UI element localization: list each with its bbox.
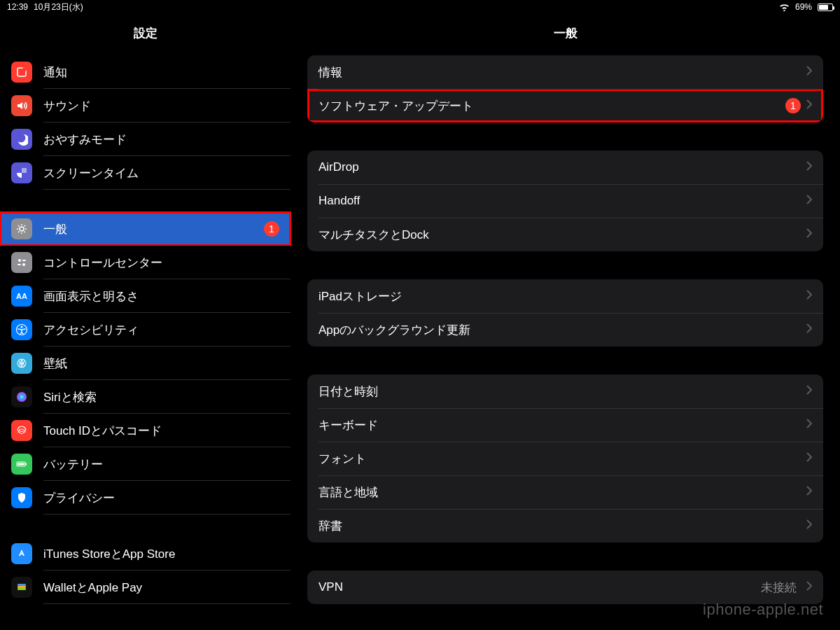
sidebar-item-touchid[interactable]: Touch IDとパスコード — [0, 414, 290, 447]
detail-row-airdrop[interactable]: AirDrop — [307, 150, 823, 184]
svg-rect-5 — [22, 260, 26, 261]
sounds-icon — [11, 95, 32, 116]
sidebar-item-wallpaper[interactable]: 壁紙 — [0, 346, 290, 380]
row-label: Appのバックグラウンド更新 — [318, 322, 470, 338]
sidebar-item-label: おやすみモード — [43, 132, 127, 148]
chevron-right-icon — [806, 66, 812, 78]
detail-row-language[interactable]: 言語と地域 — [307, 475, 823, 509]
sidebar-item-label: 一般 — [43, 221, 67, 237]
detail-row-software-update[interactable]: ソフトウェア・アップデート1 — [307, 89, 823, 122]
svg-point-12 — [21, 363, 23, 365]
battery-percent: 69% — [795, 2, 812, 12]
accessibility-icon — [11, 319, 32, 340]
sidebar-item-label: 壁紙 — [43, 356, 67, 372]
sidebar-title: 設定 — [0, 14, 290, 55]
svg-point-10 — [21, 326, 23, 328]
wallpaper-icon — [11, 353, 32, 374]
sidebar-item-siri[interactable]: Siriと検索 — [0, 380, 290, 414]
svg-point-1 — [22, 67, 27, 71]
sidebar-item-general[interactable]: 一般1 — [0, 212, 290, 246]
svg-rect-7 — [18, 264, 21, 265]
sidebar-item-appstore[interactable]: iTunes StoreとApp Store — [0, 537, 290, 570]
sidebar-item-notifications[interactable]: 通知 — [0, 55, 290, 89]
detail-row-vpn[interactable]: VPN未接続 — [307, 570, 823, 604]
detail-row-handoff[interactable]: Handoff — [307, 184, 823, 218]
sidebar-item-label: Siriと検索 — [43, 389, 97, 405]
sidebar-item-dnd[interactable]: おやすみモード — [0, 122, 290, 156]
row-label: キーボード — [318, 417, 378, 433]
sidebar-item-label: アクセシビリティ — [43, 322, 139, 338]
touchid-icon — [11, 420, 32, 441]
sidebar-item-accessibility[interactable]: アクセシビリティ — [0, 313, 290, 346]
control-center-icon — [11, 252, 32, 273]
sidebar-item-label: WalletとApple Pay — [43, 580, 142, 596]
row-label: iPadストレージ — [318, 288, 402, 304]
chevron-right-icon — [806, 486, 812, 498]
svg-point-6 — [22, 263, 25, 266]
sidebar: 設定 通知サウンドおやすみモードスクリーンタイム一般1コントロールセンターAA画… — [0, 14, 290, 630]
sidebar-item-label: サウンド — [43, 98, 91, 114]
sidebar-item-display[interactable]: AA画面表示と明るさ — [0, 279, 290, 313]
chevron-right-icon — [806, 161, 812, 174]
detail-row-storage[interactable]: iPadストレージ — [307, 279, 823, 313]
detail-title: 一般 — [290, 14, 840, 55]
chevron-right-icon — [806, 419, 812, 431]
detail-row-multitask[interactable]: マルチタスクとDock — [307, 218, 823, 251]
row-label: 言語と地域 — [318, 484, 378, 500]
display-icon: AA — [11, 286, 32, 307]
sidebar-item-label: スクリーンタイム — [43, 165, 139, 181]
row-label: VPN — [318, 580, 343, 594]
sidebar-item-label: コントロールセンター — [43, 255, 162, 271]
detail-row-dictionary[interactable]: 辞書 — [307, 509, 823, 542]
chevron-right-icon — [806, 195, 812, 207]
row-label: マルチタスクとDock — [318, 227, 429, 243]
detail-row-bg-refresh[interactable]: Appのバックグラウンド更新 — [307, 313, 823, 346]
sidebar-item-label: プライバシー — [43, 490, 115, 506]
battery-icon — [11, 454, 32, 475]
svg-point-4 — [18, 259, 21, 262]
chevron-right-icon — [806, 581, 812, 594]
row-value: 未接続 — [761, 580, 797, 596]
chevron-right-icon — [806, 99, 812, 112]
svg-text:AA: AA — [16, 292, 27, 300]
detail-row-keyboard[interactable]: キーボード — [307, 408, 823, 442]
chevron-right-icon — [806, 452, 812, 465]
detail-pane: 一般 情報ソフトウェア・アップデート1AirDropHandoffマルチタスクと… — [290, 14, 840, 630]
chevron-right-icon — [806, 519, 812, 532]
detail-row-fonts[interactable]: フォント — [307, 442, 823, 475]
sidebar-item-sounds[interactable]: サウンド — [0, 89, 290, 122]
chevron-right-icon — [806, 385, 812, 398]
svg-rect-19 — [18, 584, 26, 586]
detail-row-about[interactable]: 情報 — [307, 55, 823, 89]
status-bar: 12:39 10月23日(水) 69% — [0, 0, 840, 14]
status-date: 10月23日(水) — [34, 1, 83, 13]
sidebar-item-wallet[interactable]: WalletとApple Pay — [0, 570, 290, 604]
detail-row-datetime[interactable]: 日付と時刻 — [307, 374, 823, 408]
dnd-icon — [11, 129, 32, 150]
sidebar-item-control-center[interactable]: コントロールセンター — [0, 246, 290, 279]
svg-point-3 — [20, 227, 24, 231]
row-label: 情報 — [318, 64, 342, 80]
status-time: 12:39 — [7, 2, 28, 12]
row-label: AirDrop — [318, 160, 359, 174]
row-label: フォント — [318, 451, 366, 467]
row-label: 辞書 — [318, 518, 342, 534]
row-label: Handoff — [318, 194, 360, 208]
sidebar-item-battery[interactable]: バッテリー — [0, 447, 290, 481]
svg-rect-20 — [18, 586, 26, 588]
privacy-icon — [11, 487, 32, 508]
chevron-right-icon — [806, 323, 812, 336]
sidebar-item-label: Touch IDとパスコード — [43, 423, 162, 439]
sidebar-item-label: バッテリー — [43, 456, 103, 472]
screentime-icon — [11, 162, 32, 183]
battery-icon — [818, 4, 833, 11]
row-label: ソフトウェア・アップデート — [318, 98, 473, 114]
sidebar-item-privacy[interactable]: プライバシー — [0, 481, 290, 514]
svg-point-15 — [17, 392, 27, 402]
sidebar-item-label: iTunes StoreとApp Store — [43, 546, 175, 562]
general-icon — [11, 218, 32, 239]
sidebar-item-screentime[interactable]: スクリーンタイム — [0, 156, 290, 190]
siri-icon — [11, 386, 32, 407]
notifications-icon — [11, 62, 32, 83]
wifi-icon — [779, 4, 790, 11]
